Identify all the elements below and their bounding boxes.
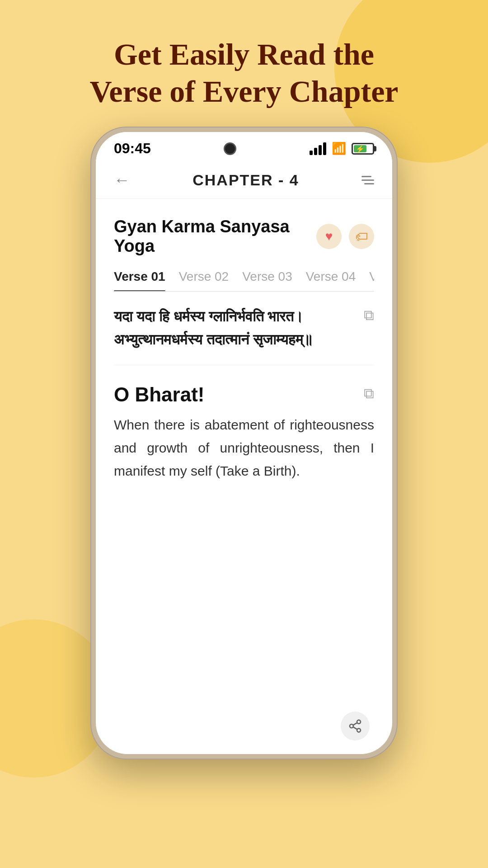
page-title-line2: Verse of Every Chapter	[0, 73, 488, 110]
menu-line-1	[361, 176, 371, 177]
page-header: Get Easily Read the Verse of Every Chapt…	[0, 36, 488, 110]
page-title-line1: Get Easily Read the	[0, 36, 488, 73]
battery-icon: ⚡	[352, 143, 374, 155]
sanskrit-line1: यदा यदा हि धर्मस्य ग्लानिर्भवति भारत।	[114, 308, 304, 325]
chapter-title: CHAPTER - 4	[192, 171, 299, 189]
tab-verse-05[interactable]: Verse 05	[369, 269, 374, 291]
bottom-bar	[341, 712, 370, 741]
phone-mockup: 09:45 📶 ⚡	[90, 127, 398, 760]
signal-bar-2	[314, 148, 317, 155]
svg-line-3	[353, 727, 357, 729]
battery-bolt: ⚡	[356, 144, 365, 153]
battery-fill: ⚡	[354, 145, 366, 152]
tab-verse-01[interactable]: Verse 01	[114, 269, 165, 291]
back-button[interactable]: ←	[114, 170, 130, 189]
status-time: 09:45	[114, 140, 151, 157]
yoga-title-row: Gyan Karma Sanyasa Yoga ♥ 🏷	[114, 217, 374, 256]
app-header: ← CHAPTER - 4	[96, 161, 392, 199]
camera-icon	[224, 142, 236, 155]
menu-line-2	[361, 179, 374, 181]
action-icons: ♥ 🏷	[316, 224, 374, 249]
content-area: Gyan Karma Sanyasa Yoga ♥ 🏷 Verse 01 Ver…	[96, 199, 392, 482]
status-icons: 📶 ⚡	[310, 142, 374, 156]
translation-body: When there is abatement of righteousness…	[114, 413, 374, 482]
wifi-icon: 📶	[332, 142, 346, 156]
copy-sanskrit-button[interactable]: ⧉	[364, 307, 374, 324]
translation-block: O Bharat! ⧉ When there is abatement of r…	[114, 383, 374, 482]
menu-button[interactable]	[361, 176, 374, 184]
sanskrit-block: यदा यदा हि धर्मस्य ग्लानिर्भवति भारत। अभ…	[114, 305, 374, 365]
heart-button[interactable]: ♥	[316, 224, 342, 249]
copy-translation-button[interactable]: ⧉	[364, 385, 374, 402]
translation-heading: O Bharat!	[114, 383, 204, 406]
status-bar: 09:45 📶 ⚡	[96, 132, 392, 161]
tab-verse-02[interactable]: Verse 02	[179, 269, 229, 291]
phone-screen: 09:45 📶 ⚡	[96, 132, 392, 754]
menu-line-3	[364, 183, 374, 184]
verse-tabs: Verse 01 Verse 02 Verse 03 Verse 04 Vers…	[114, 269, 374, 292]
bookmark-button[interactable]: 🏷	[349, 224, 374, 249]
sanskrit-text: यदा यदा हि धर्मस्य ग्लानिर्भवति भारत। अभ…	[114, 305, 355, 351]
share-icon	[348, 719, 362, 733]
sanskrit-line2: अभ्युत्थानमधर्मस्य तदात्मानं सृजाम्यहम्॥	[114, 331, 313, 348]
tab-verse-04[interactable]: Verse 04	[306, 269, 356, 291]
signal-bar-1	[310, 151, 313, 155]
share-button[interactable]	[341, 712, 370, 741]
phone-outer-frame: 09:45 📶 ⚡	[90, 127, 398, 760]
svg-line-4	[353, 723, 357, 725]
translation-header-row: O Bharat! ⧉	[114, 383, 374, 406]
signal-icon	[310, 142, 326, 155]
tab-verse-03[interactable]: Verse 03	[242, 269, 292, 291]
signal-bar-3	[319, 145, 322, 155]
signal-bar-4	[323, 142, 326, 155]
yoga-title: Gyan Karma Sanyasa Yoga	[114, 217, 316, 256]
